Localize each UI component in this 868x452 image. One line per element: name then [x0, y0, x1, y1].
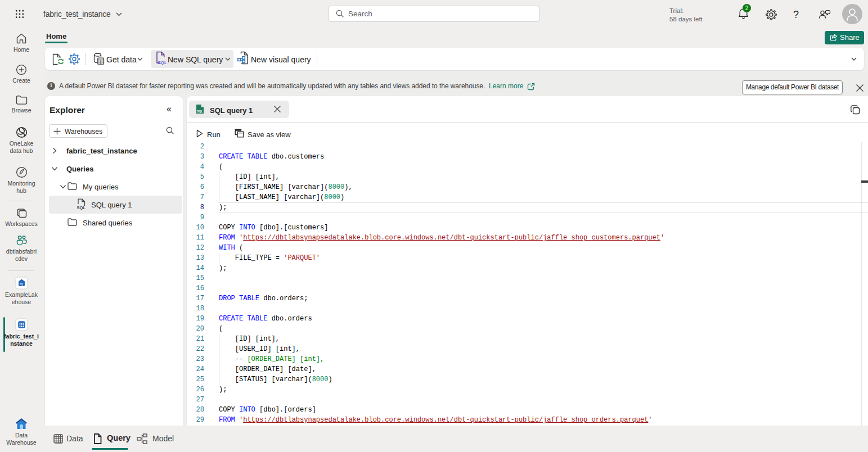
svg-text:SQL: SQL — [77, 205, 86, 210]
svg-text:SQL: SQL — [158, 60, 167, 65]
svg-text:SQL: SQL — [197, 110, 204, 113]
